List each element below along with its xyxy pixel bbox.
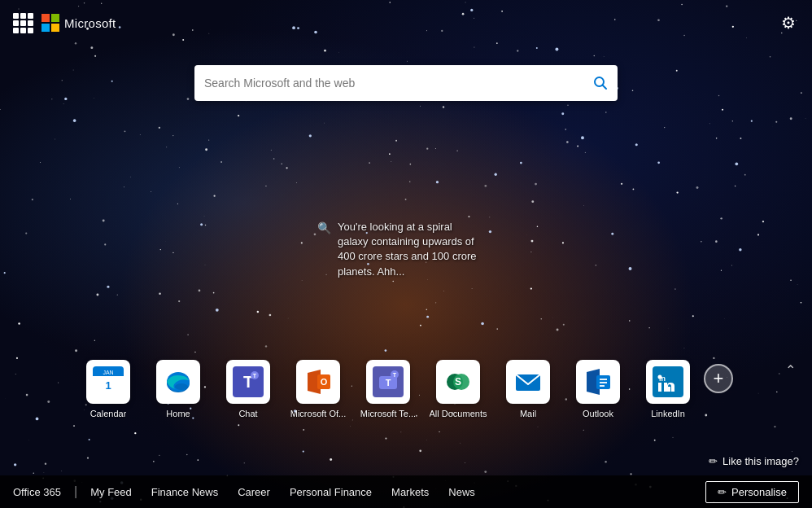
app-label-sharepoint: All Documents <box>430 409 487 418</box>
app-item-msoffice[interactable]: O Microsoft Of... <box>289 360 347 418</box>
personalise-label: Personalise <box>731 486 787 498</box>
app-label-home: Home <box>166 409 190 418</box>
svg-text:S: S <box>455 376 461 388</box>
search-input[interactable] <box>204 77 593 90</box>
teams-svg-icon: T T <box>233 366 264 397</box>
svg-text:O: O <box>321 377 328 387</box>
svg-text:T: T <box>393 372 397 378</box>
app-label-chat: Chat <box>238 409 257 418</box>
svg-line-1 <box>603 85 607 90</box>
apps-grid: 1 JAN Calendar Home <box>79 360 697 418</box>
apps-container: 1 JAN Calendar Home <box>79 360 733 418</box>
calendar-svg-icon: 1 JAN <box>93 366 124 397</box>
app-icon-calendar: 1 JAN <box>86 360 130 404</box>
pencil-icon-footer: ✏ <box>718 486 727 498</box>
add-app-button[interactable]: + <box>704 364 733 393</box>
app-label-linkedin: LinkedIn <box>651 409 685 418</box>
settings-button[interactable]: ⚙ <box>778 11 799 34</box>
svg-point-39 <box>658 375 662 379</box>
svg-rect-40 <box>664 383 667 392</box>
ms-squares-icon <box>41 14 59 32</box>
app-icon-home <box>156 360 200 404</box>
app-icon-mail <box>506 360 550 404</box>
microsoft-logo[interactable]: Microsoft <box>41 14 116 32</box>
like-image-text: Like this image? <box>723 455 799 467</box>
footer-link-financenews[interactable]: Finance News <box>142 486 228 498</box>
search-button[interactable] <box>593 76 608 90</box>
svg-text:1: 1 <box>105 379 111 392</box>
footer-bar: Office 365 | My Feed Finance News Career… <box>0 475 812 508</box>
svg-point-10 <box>175 383 188 390</box>
svg-rect-38 <box>658 383 661 392</box>
app-item-home[interactable]: Home <box>149 360 207 418</box>
app-item-linkedin[interactable]: in LinkedIn <box>639 360 697 418</box>
search-icon <box>593 76 608 90</box>
app-label-calendar: Calendar <box>90 409 127 418</box>
collapse-button[interactable]: ⌃ <box>785 362 796 378</box>
footer-link-personalfinance[interactable]: Personal Finance <box>280 486 382 498</box>
svg-rect-35 <box>600 385 605 387</box>
svg-text:T: T <box>386 378 391 388</box>
svg-rect-33 <box>600 379 607 380</box>
app-label-msteams: Microsoft Te... <box>360 409 416 418</box>
pencil-icon: ✏ <box>709 455 718 467</box>
footer-link-career[interactable]: Career <box>228 486 280 498</box>
app-item-mail[interactable]: Mail <box>499 360 557 418</box>
svg-rect-34 <box>600 382 607 383</box>
image-info-tooltip[interactable]: 🔍 You're looking at a spiral galaxy cont… <box>317 220 480 279</box>
app-icon-outlook <box>576 360 620 404</box>
footer-link-office365[interactable]: Office 365 <box>13 486 71 498</box>
gear-icon: ⚙ <box>781 15 796 31</box>
app-item-calendar[interactable]: 1 JAN Calendar <box>79 360 138 418</box>
svg-text:JAN: JAN <box>103 370 113 375</box>
svg-rect-36 <box>653 366 683 397</box>
outlook-svg-icon <box>583 366 613 397</box>
app-item-sharepoint[interactable]: S All Documents <box>429 360 487 418</box>
app-item-outlook[interactable]: Outlook <box>569 360 627 418</box>
footer-link-news[interactable]: News <box>439 486 485 498</box>
app-icon-msteams: T T <box>366 360 410 404</box>
app-item-msteams[interactable]: T T Microsoft Te... <box>359 360 417 418</box>
waffle-menu[interactable] <box>13 13 33 33</box>
app-icon-linkedin: in <box>646 360 690 404</box>
footer-divider-1: | <box>71 484 81 499</box>
search-bar <box>194 65 618 101</box>
msteams-svg-icon: T T <box>373 366 404 397</box>
footer-link-myfeed[interactable]: My Feed <box>81 486 142 498</box>
image-info-icon: 🔍 <box>317 221 331 234</box>
sharepoint-svg-icon: S <box>443 366 474 397</box>
like-image-button[interactable]: ✏ Like this image? <box>709 455 799 467</box>
personalise-button[interactable]: ✏ Personalise <box>705 481 799 503</box>
footer-link-markets[interactable]: Markets <box>382 486 439 498</box>
app-label-outlook: Outlook <box>583 409 613 418</box>
app-icon-chat: T T <box>226 360 270 404</box>
header-bar: Microsoft ⚙ <box>0 0 812 46</box>
microsoft-label: Microsoft <box>64 16 116 30</box>
mail-svg-icon <box>513 366 544 397</box>
app-icon-msoffice: O <box>296 360 340 404</box>
header-left: Microsoft <box>13 13 116 33</box>
image-info-text: You're looking at a spiral galaxy contai… <box>338 220 480 279</box>
app-icon-sharepoint: S <box>436 360 480 404</box>
msoffice-svg-icon: O <box>303 366 334 397</box>
linkedin-svg-icon: in <box>653 366 683 397</box>
app-item-chat[interactable]: T T Chat <box>219 360 277 418</box>
edge-svg-icon <box>163 366 194 397</box>
search-container <box>194 65 618 101</box>
app-label-mail: Mail <box>520 409 536 418</box>
svg-text:T: T <box>253 373 257 379</box>
app-label-msoffice: Microsoft Of... <box>290 409 346 418</box>
